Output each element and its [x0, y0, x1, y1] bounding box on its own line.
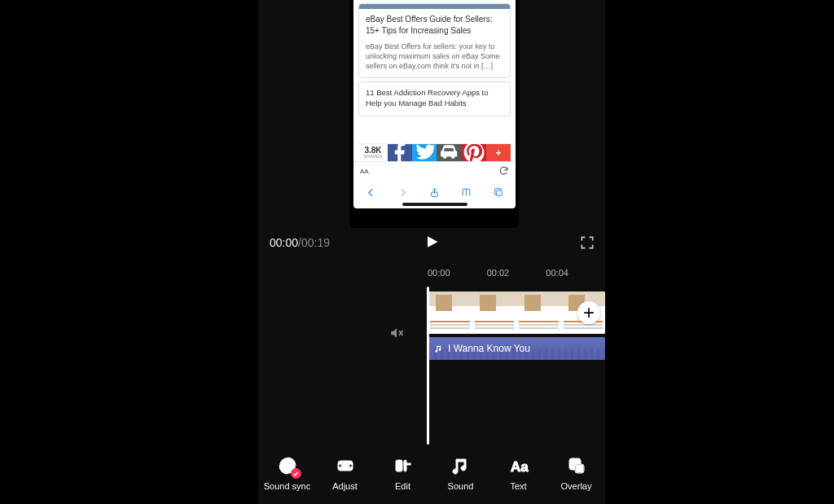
webpage-feed: eBay Best Offers Guide for Sellers: 15+ … [353, 0, 516, 143]
tool-overlay[interactable]: Overlay [552, 455, 601, 491]
forward-icon [393, 187, 411, 198]
tool-label: Text [510, 481, 526, 491]
tool-label: Edit [395, 481, 410, 491]
add-clip-button[interactable]: + [577, 301, 600, 324]
clip-thumbnail [472, 291, 517, 334]
active-badge [291, 468, 301, 479]
overlay-icon [566, 455, 587, 476]
svg-rect-1 [496, 190, 502, 195]
adjust-icon [335, 455, 356, 476]
play-button[interactable] [424, 233, 440, 251]
share-count: 3.8K SHARES [358, 144, 388, 161]
tabs-icon [489, 187, 507, 198]
sound-icon [450, 455, 472, 476]
tool-edit[interactable]: Edit [379, 455, 428, 491]
browser-toolbar [353, 181, 516, 205]
twitter-icon [412, 144, 437, 161]
car-icon [437, 144, 461, 161]
fullscreen-button[interactable] [579, 234, 597, 252]
timeline[interactable]: 00:00 00:02 00:04 + I Wanna Know You [258, 262, 605, 445]
tool-label: Overlay [561, 481, 592, 491]
preview-area: eBay Best Offers Guide for Sellers: 15+ … [258, 0, 605, 228]
share-count-label: SHARES [364, 155, 383, 159]
article-title: eBay Best Offers Guide for Sellers: 15+ … [366, 14, 503, 36]
tool-label: Sound sync [264, 481, 310, 491]
clip-thumbnail [428, 291, 472, 334]
bookmarks-icon [458, 187, 476, 198]
home-indicator [402, 203, 467, 206]
tracks: + I Wanna Know You [428, 291, 605, 360]
time-ruler: 00:00 00:02 00:04 [428, 268, 605, 278]
pinterest-icon [462, 144, 486, 161]
tool-sound[interactable]: Sound [437, 455, 485, 491]
tick: 00:00 [428, 268, 487, 278]
playback-controls: 00:00/00:19 [258, 228, 605, 262]
svg-rect-13 [404, 463, 410, 465]
video-track[interactable]: + [428, 291, 605, 334]
svg-rect-11 [396, 460, 402, 471]
playhead[interactable] [427, 287, 429, 445]
tool-sound-sync[interactable]: Sound sync [263, 455, 312, 491]
article-card: 11 Best Addiction Recovery Apps to Help … [358, 81, 511, 116]
time-total: /00:19 [298, 236, 330, 249]
article-excerpt: eBay Best Offers for sellers: your key t… [366, 42, 503, 71]
tool-adjust[interactable]: Adjust [321, 455, 370, 491]
more-share-icon: + [486, 144, 511, 161]
clip-thumbnail [516, 291, 561, 334]
audio-title: I Wanna Know You [448, 343, 530, 354]
tool-label: Adjust [332, 481, 358, 491]
article-title: 11 Best Addiction Recovery Apps to Help … [366, 88, 503, 109]
text-icon: Aa [508, 455, 529, 476]
svg-rect-12 [404, 460, 406, 471]
share-icon [426, 187, 444, 198]
tick: 00:02 [487, 268, 546, 278]
article-card: eBay Best Offers Guide for Sellers: 15+ … [358, 3, 511, 78]
reader-icon: AA [360, 168, 369, 175]
facebook-icon [388, 144, 412, 161]
time-display: 00:00/00:19 [270, 236, 330, 249]
share-bar: 3.8K SHARES + [358, 143, 511, 161]
audio-track[interactable]: I Wanna Know You [428, 337, 605, 360]
track-mute-button[interactable] [388, 326, 408, 345]
time-current: 00:00 [270, 236, 298, 249]
svg-text:Aa: Aa [511, 459, 529, 475]
device-frame: eBay Best Offers Guide for Sellers: 15+ … [350, 0, 519, 228]
device-screen: eBay Best Offers Guide for Sellers: 15+ … [353, 0, 516, 208]
card-accent [359, 4, 510, 9]
back-icon [362, 187, 380, 198]
reload-icon [498, 164, 509, 179]
svg-point-7 [286, 464, 289, 467]
tick: 00:04 [546, 268, 605, 278]
tool-text[interactable]: Aa Text [494, 455, 543, 491]
edit-icon [393, 455, 414, 476]
music-note-icon [434, 344, 443, 353]
svg-rect-17 [576, 465, 583, 472]
tool-bar: Sound sync Adjust Edit Sound Aa Text Ove… [258, 445, 605, 501]
tool-label: Sound [448, 481, 474, 491]
editor-app: eBay Best Offers Guide for Sellers: 15+ … [258, 0, 605, 504]
